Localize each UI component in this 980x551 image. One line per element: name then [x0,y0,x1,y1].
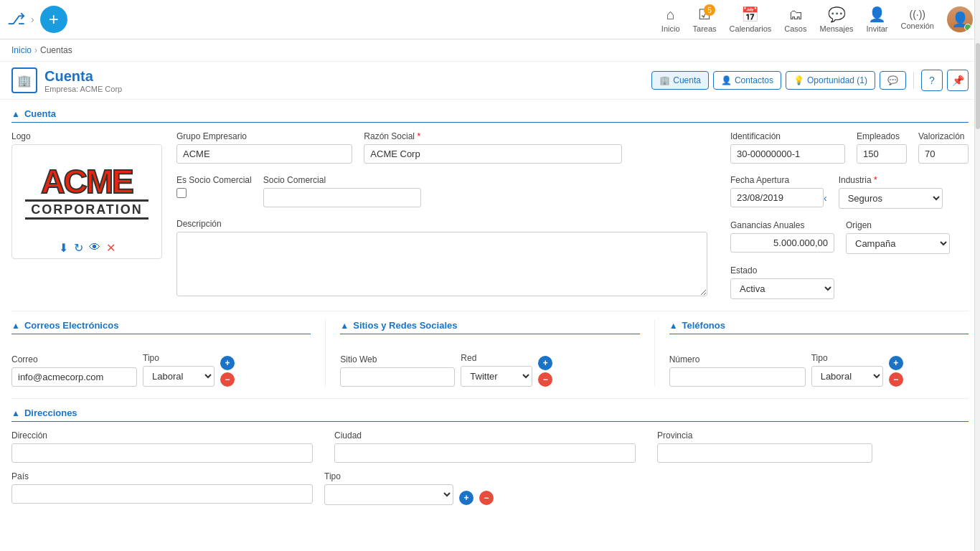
direccion-input[interactable] [11,443,313,463]
numero-input[interactable] [669,367,806,387]
correo-input[interactable] [11,367,137,387]
grupo-input[interactable] [176,144,352,164]
nav-mensajes[interactable]: 💬 Mensajes [819,6,853,33]
telefonos-toggle[interactable]: ▲ [669,321,678,331]
nav-calendarios[interactable]: 📅 Calendarios [730,6,772,33]
cuenta-form: Logo ACME CORPORATION ⬇ ↻ 👁 ✕ [11,131,969,299]
es-socio-checkbox[interactable] [176,188,187,198]
es-socio-checkbox-wrap [176,188,252,198]
dir-remove-btn[interactable]: − [479,491,494,505]
nav-chevron[interactable]: › [31,14,34,25]
section-cuenta-header: ▲ Cuenta [11,108,969,123]
nav-conexion[interactable]: ((·)) Conexión [901,9,934,30]
tab-contactos[interactable]: 👤 Contactos [713,71,781,90]
scrollbar[interactable] [974,0,980,514]
page-title: Cuenta [44,68,122,85]
provincia-input[interactable] [657,443,872,463]
page-header-left: 🏢 Cuenta Empresa: ACME Corp [11,67,122,93]
descripcion-label: Descripción [176,219,716,229]
dir-tipo-field: Tipo Fiscal Comercial Otro + − [324,471,494,505]
sitio-input[interactable] [340,367,455,387]
tree-icon[interactable]: ⎇ [7,10,25,29]
ganancias-input[interactable] [730,233,834,253]
logo-download-icon[interactable]: ⬇ [59,241,68,255]
tab-contactos-label: Contactos [735,75,773,85]
correo-tipo-select[interactable]: Laboral Personal Otro [143,366,215,387]
direcciones-label: Direcciones [24,408,77,418]
estado-select[interactable]: Activa Inactiva Suspendida [730,278,834,299]
nav-casos[interactable]: 🗂 Casos [784,6,806,33]
tel-add-btn[interactable]: + [889,356,903,370]
tab-cuenta[interactable]: 🏢 Cuenta [651,71,709,90]
red-select[interactable]: Twitter Facebook LinkedIn Instagram Otro [461,366,532,387]
top-nav-left: ⎇ › + [7,6,67,33]
correo-field: Correo [11,354,137,387]
acme-logo: ACME CORPORATION [25,165,149,220]
origen-select[interactable]: Campaña Web Referido Otro [846,233,950,254]
nav-invitar[interactable]: 👤 Invitar [867,6,888,33]
telefonos-field-row: Número Tipo Laboral Personal Móvil Otro … [669,343,969,387]
dir-add-btn[interactable]: + [459,491,473,505]
section-correos: ▲ Correos Electrónicos Correo Tipo Labor… [11,320,326,387]
correos-field-row: Correo Tipo Laboral Personal Otro + − [11,343,311,387]
pais-input[interactable] [11,484,313,504]
building-icon: 🏢 [17,74,32,88]
logo-actions: ⬇ ↻ 👁 ✕ [59,241,116,255]
logo-refresh-icon[interactable]: ↻ [74,241,83,255]
empleados-input[interactable] [857,144,907,164]
add-button[interactable]: + [40,6,67,33]
ciudad-input[interactable] [334,443,636,463]
bottom-sections: ▲ Correos Electrónicos Correo Tipo Labor… [11,311,969,387]
section-telefonos-header: ▲ Teléfonos [669,320,969,334]
avatar-face: 👤 [947,6,973,32]
correo-tipo-label: Tipo [143,353,215,363]
valorizacion-input[interactable] [918,144,969,164]
correo-add-btn[interactable]: + [220,356,235,370]
descripcion-textarea[interactable] [176,232,707,296]
tel-tipo-select[interactable]: Laboral Personal Móvil Otro [811,366,883,387]
tel-remove-btn[interactable]: − [889,372,903,387]
razon-input[interactable] [364,144,622,164]
nav-inicio[interactable]: ⌂ Inicio [661,6,680,33]
section-telefonos: ▲ Teléfonos Número Tipo Laboral Personal… [655,320,969,387]
fecha-prev-btn[interactable]: ‹ [824,192,827,204]
section-correos-header: ▲ Correos Electrónicos [11,320,311,334]
socio-label: Socio Comercial [263,175,716,185]
sitio-label: Sitio Web [340,354,455,364]
socio-input[interactable] [263,188,421,207]
help-button[interactable]: ? [921,70,943,91]
tab-oportunidad[interactable]: 💡 Oportunidad (1) [786,71,875,90]
red-field: Red Twitter Facebook LinkedIn Instagram … [461,353,532,387]
breadcrumb-inicio[interactable]: Inicio [11,45,32,55]
razon-field: Razón Social [364,131,716,164]
chat-button[interactable]: 💬 [880,71,906,90]
pais-field: País [11,471,313,505]
direcciones-toggle[interactable]: ▲ [11,408,20,418]
industria-select[interactable]: Seguros Tecnología Manufactura Comercio … [839,188,943,209]
pin-button[interactable]: 📌 [947,70,969,91]
redes-label: Sitios y Redes Sociales [353,320,457,331]
direccion-field: Dirección [11,430,323,463]
nav-tareas[interactable]: ☑ 5 Tareas [693,6,717,33]
logo-delete-icon[interactable]: ✕ [106,241,116,255]
redes-remove-btn[interactable]: − [538,372,552,387]
redes-add-btn[interactable]: + [538,356,552,370]
nav-invitar-label: Invitar [867,24,888,33]
identificacion-label: Identificación [730,131,845,141]
avatar[interactable]: 👤 [947,6,973,32]
fecha-input[interactable] [730,188,824,207]
valorizacion-field: Valorización [918,131,969,164]
redes-toggle[interactable]: ▲ [340,321,349,331]
section-cuenta-toggle[interactable]: ▲ [11,109,20,119]
contact-icon: 👤 [721,75,732,85]
nav-calendarios-label: Calendarios [730,24,772,33]
identificacion-input[interactable] [730,144,845,164]
es-socio-field: Es Socio Comercial [176,175,252,207]
correo-remove-btn[interactable]: − [220,372,235,387]
correos-toggle[interactable]: ▲ [11,321,20,331]
dir-tipo-select[interactable]: Fiscal Comercial Otro [324,484,453,505]
logo-view-icon[interactable]: 👁 [89,241,100,255]
grupo-field: Grupo Empresario [176,131,352,164]
main-content: ▲ Cuenta Logo ACME CORPORATION ⬇ ↻ 👁 ✕ [0,100,980,514]
socio-row: Es Socio Comercial Socio Comercial [176,175,716,207]
